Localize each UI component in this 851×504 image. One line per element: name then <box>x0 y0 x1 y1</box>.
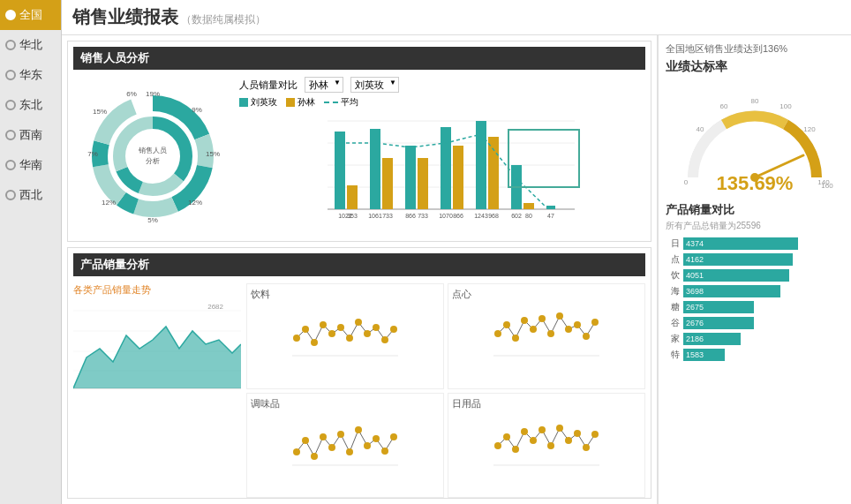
svg-point-12 <box>128 132 177 181</box>
sparkline-dot <box>337 324 344 331</box>
svg-text:602: 602 <box>511 213 522 219</box>
sidebar-item-southwest[interactable]: 西南 <box>0 120 61 150</box>
center-panel: 销售人员分析 <box>62 35 657 504</box>
bar-sun-6 <box>523 203 534 209</box>
sparkline-dot <box>355 319 362 326</box>
svg-text:100: 100 <box>779 102 792 110</box>
svg-text:5%: 5% <box>147 216 158 224</box>
bar-row-value: 2676 <box>686 319 704 327</box>
bar-sun-2 <box>382 158 393 209</box>
main-body: 销售人员分析 <box>62 35 851 504</box>
sidebar-item-northeast[interactable]: 东北 <box>0 90 61 120</box>
bar-row-bar: 4374 <box>683 237 798 250</box>
sparkline-line <box>498 428 595 449</box>
sales-section: 销售人员分析 <box>67 41 651 242</box>
bar-row-value: 3698 <box>686 287 704 296</box>
bar-row-value: 4374 <box>686 239 704 248</box>
legend-label-liu: 刘英玫 <box>251 96 277 109</box>
sidebar-label-north: 华北 <box>19 37 42 53</box>
sidebar-item-northwest[interactable]: 西北 <box>0 180 61 210</box>
sparkline-dot <box>320 321 327 328</box>
sales-content: 销售人员 分析 19% 9% 15% 12% 5% 12% 7% 15% <box>73 77 645 236</box>
product-compare-title: 产品销量对比 <box>666 202 844 218</box>
svg-text:60: 60 <box>720 102 728 110</box>
legend-dot-liu <box>239 98 248 107</box>
sidebar-item-north[interactable]: 华北 <box>0 30 61 60</box>
sparkline-dot <box>503 321 510 328</box>
person1-select[interactable]: 孙林 <box>305 77 343 93</box>
sparkline-dot <box>328 330 335 337</box>
sparkline-dot <box>346 448 353 455</box>
bar-row-bar: 3698 <box>683 285 780 297</box>
svg-text:6%: 6% <box>126 90 137 98</box>
bar-row-bar: 2675 <box>683 301 754 313</box>
bar-row-label: 点 <box>666 253 680 266</box>
gauge-title: 业绩达标率 <box>666 59 844 75</box>
bar-row-value: 1583 <box>686 350 704 359</box>
bar-list-row: 家 2186 <box>666 333 844 345</box>
svg-text:19%: 19% <box>146 90 160 98</box>
sparkline-dot <box>355 426 362 433</box>
gauge-container: 0 40 60 80 100 120 140 160 <box>666 80 844 195</box>
sparkline-dot <box>574 430 581 437</box>
sidebar: 全国 华北 华东 东北 西南 华南 西北 <box>0 0 62 504</box>
sparkline-dot <box>591 319 599 326</box>
sidebar-label-northeast: 东北 <box>19 97 42 113</box>
sparkline-dot <box>574 321 581 328</box>
sparkline-dot <box>547 330 554 337</box>
svg-text:866: 866 <box>453 213 463 219</box>
svg-text:1243: 1243 <box>474 213 488 219</box>
bar-row-label: 日 <box>666 237 680 250</box>
sidebar-item-south[interactable]: 华南 <box>0 150 61 180</box>
bar-row-bar: 2676 <box>683 317 754 329</box>
svg-text:销售人员: 销售人员 <box>138 147 167 154</box>
page-title: 销售业绩报表 <box>72 7 178 26</box>
svg-text:2682: 2682 <box>207 303 223 311</box>
chart-legend: 刘英玫 孙林 平均 <box>239 96 645 109</box>
bar-row-label: 谷 <box>666 317 680 329</box>
content-area: 销售业绩报表 （数据纯属模拟） 销售人员分析 <box>62 0 851 504</box>
sparkline-dot <box>373 324 380 331</box>
sparkline-dot <box>521 317 528 324</box>
bar-row-label: 糖 <box>666 301 680 313</box>
sales-section-title: 销售人员分析 <box>73 47 645 70</box>
svg-text:9%: 9% <box>192 106 202 114</box>
legend-dot-sun <box>286 98 295 107</box>
svg-text:15%: 15% <box>206 150 220 158</box>
page-header: 销售业绩报表 （数据纯属模拟） <box>62 0 851 35</box>
sidebar-item-east[interactable]: 华东 <box>0 60 61 90</box>
svg-text:733: 733 <box>418 213 428 219</box>
legend-label-sun: 孙林 <box>297 96 315 109</box>
sparkline-dot <box>583 333 590 340</box>
mini-chart-title-condiments: 调味品 <box>251 397 440 410</box>
person1-select-wrapper[interactable]: 孙林 <box>305 77 343 93</box>
bar-row-value: 4051 <box>686 271 704 280</box>
bar-row-bar: 4162 <box>683 253 793 266</box>
svg-text:12%: 12% <box>102 199 116 207</box>
person2-select[interactable]: 刘英玫 <box>350 77 399 93</box>
bar-row-bar: 2186 <box>683 333 741 345</box>
sparkline-dot <box>293 335 300 342</box>
bar-list-row: 日 4374 <box>666 237 844 250</box>
svg-text:7%: 7% <box>87 150 98 158</box>
mini-chart-title-beverages: 饮料 <box>251 288 440 301</box>
trend-title: 各类产品销量走势 <box>73 283 241 297</box>
svg-text:40: 40 <box>697 125 704 133</box>
legend-item-sun: 孙林 <box>286 96 315 109</box>
sparkline-dot <box>337 431 344 438</box>
mini-chart-title-desserts: 点心 <box>452 288 641 301</box>
sparkline-dot <box>390 326 397 333</box>
radio-south <box>5 160 16 170</box>
sidebar-item-all[interactable]: 全国 <box>0 0 61 30</box>
bar-sun-4 <box>453 146 463 209</box>
person2-select-wrapper[interactable]: 刘英玫 <box>350 77 399 93</box>
sparkline-dot <box>364 330 371 337</box>
radio-northwest <box>5 190 16 200</box>
sparkline-dot <box>591 431 599 438</box>
sidebar-label-east: 华东 <box>19 67 42 83</box>
page-subtitle: （数据纯属模拟） <box>181 13 266 26</box>
svg-text:80: 80 <box>525 213 532 219</box>
radio-north <box>5 40 16 50</box>
bar-list: 日 4374 点 4162 饮 4051 海 3698 糖 2675 谷 267… <box>666 237 844 365</box>
sparkline-dot <box>311 339 318 346</box>
